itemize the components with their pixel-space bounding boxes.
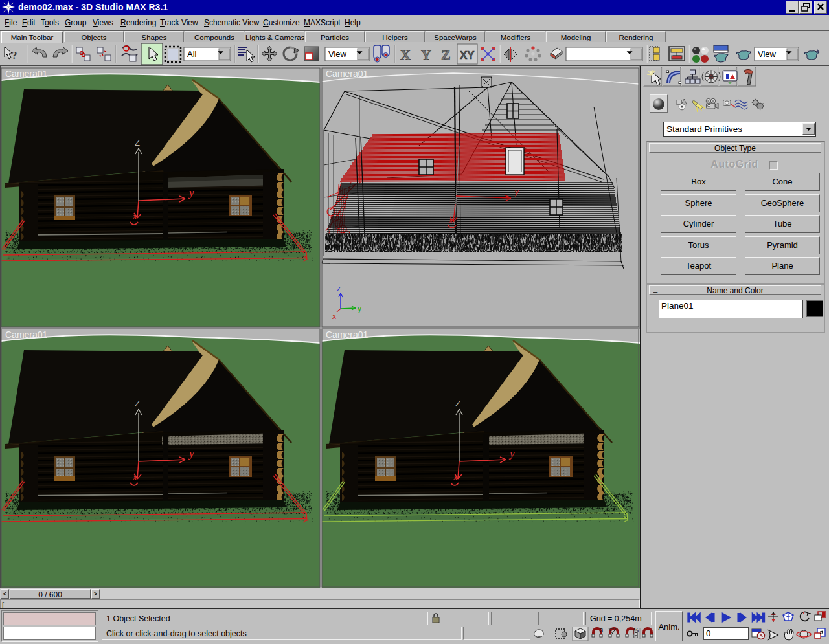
svg-text:y: y: [188, 447, 194, 460]
svg-text:y: y: [508, 447, 515, 460]
svg-text:Camera01: Camera01: [5, 329, 48, 340]
svg-text:Camera01: Camera01: [5, 69, 48, 79]
svg-text:x: x: [332, 312, 336, 321]
svg-text:View: View: [328, 49, 347, 59]
svg-text:3: 3: [600, 627, 603, 634]
svg-text:X: X: [400, 47, 411, 63]
svg-text:x: x: [132, 211, 137, 221]
svg-text:Z: Z: [135, 138, 140, 148]
svg-text:Z: Z: [135, 399, 140, 408]
svg-text:y: y: [358, 304, 361, 313]
svg-text:x: x: [453, 472, 458, 482]
svg-text:x: x: [132, 472, 137, 482]
svg-text:y: y: [188, 186, 194, 199]
svg-text:Camera01: Camera01: [326, 69, 369, 79]
svg-text:Z: Z: [455, 399, 460, 408]
svg-text:XY: XY: [460, 49, 475, 61]
svg-text:Camera01: Camera01: [326, 329, 369, 340]
svg-text:y: y: [513, 186, 519, 197]
svg-text:z: z: [337, 284, 341, 293]
svg-text:View: View: [758, 49, 777, 59]
svg-text:Z: Z: [441, 47, 451, 63]
svg-text:x: x: [448, 216, 453, 225]
svg-text:?: ?: [12, 49, 17, 61]
svg-text:All: All: [187, 49, 197, 59]
svg-text:Y: Y: [421, 47, 431, 63]
